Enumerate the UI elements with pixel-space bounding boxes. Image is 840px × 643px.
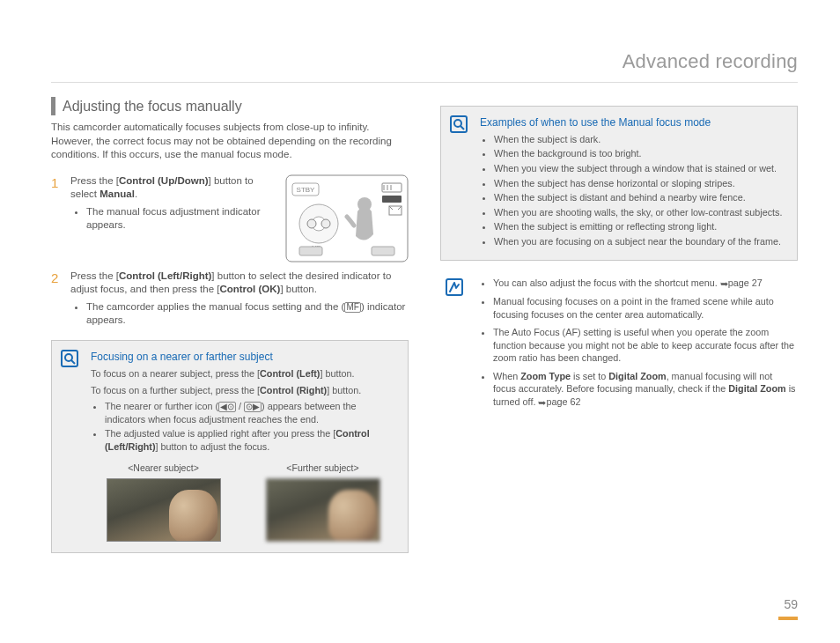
magnifier-icon (61, 350, 78, 367)
svg-rect-17 (299, 247, 322, 255)
t: Control (Left) (260, 368, 320, 379)
figure-further: <Further subject> (266, 462, 380, 541)
step-2-text: Press the [Control (Left/Right)] button … (70, 270, 409, 297)
step-1-number: 1 (51, 174, 58, 192)
t: / (236, 401, 244, 411)
figure-caption: <Further subject> (266, 462, 380, 474)
header-title: Advanced recording (51, 48, 798, 83)
step-2-number: 2 (51, 270, 58, 287)
note-icon (446, 278, 463, 296)
examples-list: When the subject is dark. When the backg… (480, 133, 785, 248)
t: Manual (99, 188, 135, 199)
figure-nearer: <Nearer subject> (107, 462, 221, 541)
callout-examples-manual-focus: Examples of when to use the Manual focus… (440, 106, 798, 262)
t: ] button. (320, 368, 354, 379)
t: The camcorder applies the manual focus s… (86, 301, 344, 312)
t: . (135, 188, 137, 199)
callout-title: Examples of when to use the Manual focus… (480, 115, 785, 129)
callout-line-2: To focus on a further subject, press the… (91, 384, 395, 397)
list-item: When the background is too bright. (494, 147, 785, 160)
t: Zoom Type (520, 371, 571, 381)
left-column: Adjusting the focus manually This camcor… (51, 97, 409, 553)
list-item: When Zoom Type is set to Digital Zoom, m… (493, 370, 798, 409)
t: Control (Left/Right) (119, 270, 211, 281)
step-1-bullets: The manual focus adjustment indicator ap… (70, 205, 409, 233)
list-item: When the subject has dense horizontal or… (494, 177, 785, 190)
t: ] button to adjust the focus. (156, 441, 270, 452)
t: ] button. (280, 284, 317, 294)
figure-row: <Nearer subject> <Further subject> (91, 462, 395, 541)
t: page 62 (546, 396, 580, 407)
list-item: You can also adjust the focus with the s… (493, 277, 798, 290)
callout-bullets: The nearer or further icon (◀⊙ / ⊙▶) app… (91, 400, 395, 453)
step-1-text: Press the [Control (Up/Down)] button to … (70, 174, 409, 202)
t: Press the [ (70, 175, 119, 186)
list-item: When the subject is emitting or reflecti… (494, 220, 785, 233)
intro-text: This camcorder automatically focuses sub… (51, 121, 409, 162)
t: Control (Up/Down) (119, 175, 209, 186)
bullet: The adjusted value is applied right afte… (105, 427, 395, 453)
page-number: 59 (778, 596, 798, 620)
t: Control (Right) (260, 385, 327, 395)
page: Advanced recording Adjusting the focus m… (0, 0, 840, 643)
t: To focus on a further subject, press the… (91, 385, 260, 395)
t: When (493, 371, 520, 381)
t: page 27 (728, 277, 763, 288)
list-item: When you view the subject through a wind… (494, 162, 785, 175)
further-icon: ⊙▶ (244, 402, 262, 412)
list-item: When the subject is dark. (494, 133, 785, 146)
t: Digital Zoom (728, 383, 785, 394)
callout-title: Focusing on a nearer or farther subject (91, 350, 395, 364)
svg-line-22 (461, 126, 464, 129)
bullet: The nearer or further icon (◀⊙ / ⊙▶) app… (105, 400, 395, 425)
t: The nearer or further icon ( (105, 401, 218, 411)
t: You can also adjust the focus with the s… (493, 277, 720, 288)
note-list: You can also adjust the focus with the s… (479, 277, 798, 408)
bullet: The camcorder applies the manual focus s… (86, 300, 409, 328)
list-item: The Auto Focus (AF) setting is useful wh… (493, 326, 798, 365)
arrow-icon: ➥ (538, 396, 546, 410)
mf-icon: MF (344, 302, 360, 313)
columns: Adjusting the focus manually This camcor… (51, 97, 798, 553)
nearer-icon: ◀⊙ (218, 402, 236, 412)
svg-point-19 (65, 354, 72, 361)
arrow-icon: ➥ (720, 277, 728, 291)
step-1: 1 Press the [Control (Up/Down)] button t… (51, 174, 409, 233)
t: To focus on a nearer subject, press the … (91, 368, 260, 379)
t: Control (OK) (219, 284, 280, 294)
list-item: When you are shooting walls, the sky, or… (494, 206, 785, 219)
step-2: 2 Press the [Control (Left/Right)] butto… (51, 270, 409, 328)
t: Digital Zoom (608, 371, 666, 381)
t: Press the [ (70, 270, 119, 281)
callout-focusing-nearer-farther: Focusing on a nearer or farther subject … (51, 340, 409, 553)
section-title: Adjusting the focus manually (51, 97, 409, 116)
figure-image-further (266, 478, 380, 542)
list-item: Manual focusing focuses on a point in th… (493, 295, 798, 321)
list-item: When the subject is distant and behind a… (494, 191, 785, 204)
bullet: The manual focus adjustment indicator ap… (86, 205, 409, 233)
t: The adjusted value is applied right afte… (105, 428, 335, 439)
magnifier-icon (450, 115, 468, 133)
step-2-bullets: The camcorder applies the manual focus s… (70, 300, 409, 328)
t: ] button. (327, 385, 361, 395)
svg-line-20 (71, 360, 75, 364)
svg-point-21 (454, 120, 461, 127)
t: is set to (571, 371, 608, 381)
svg-rect-18 (372, 247, 394, 255)
figure-caption: <Nearer subject> (107, 462, 221, 474)
figure-image-nearer (107, 478, 221, 542)
right-column: Examples of when to use the Manual focus… (440, 97, 798, 553)
callout-line-1: To focus on a nearer subject, press the … (91, 367, 395, 381)
note-block: You can also adjust the focus with the s… (440, 277, 798, 408)
list-item: When you are focusing on a subject near … (494, 235, 785, 248)
